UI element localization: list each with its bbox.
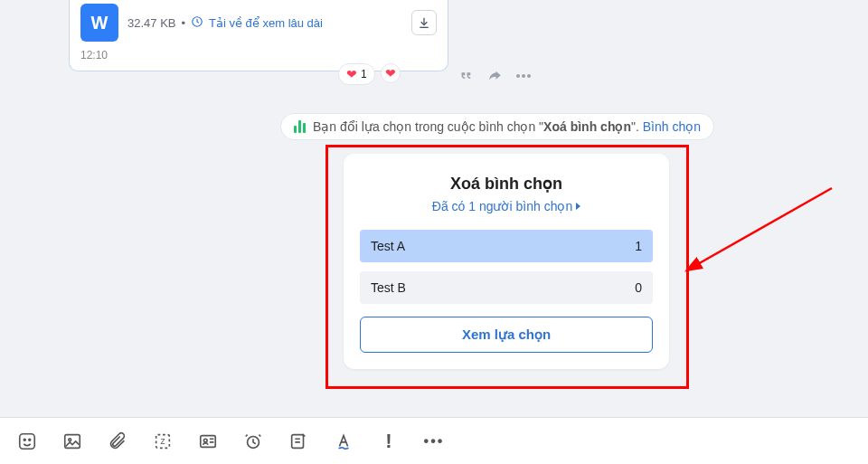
clock-icon (191, 15, 203, 31)
notice-link[interactable]: Bình chọn (643, 119, 701, 134)
poll-option-count: 0 (635, 280, 642, 295)
file-size: 32.47 KB (127, 16, 176, 30)
more-tools-icon[interactable]: ••• (423, 431, 445, 452)
svg-point-2 (522, 74, 525, 78)
text-format-icon[interactable] (333, 431, 354, 452)
svg-point-1 (516, 74, 520, 78)
poll-subtitle-text: Đã có 1 người bình chọn (432, 199, 572, 213)
poll-option-label: Test B (371, 280, 406, 295)
poll-subtitle-link[interactable]: Đã có 1 người bình chọn (360, 199, 653, 213)
svg-point-13 (203, 439, 207, 442)
svg-point-7 (29, 439, 31, 440)
forward-icon[interactable] (486, 67, 504, 85)
file-message: W 32.47 KB • Tải về để xem lâu dài 12:10 (69, 0, 448, 71)
svg-point-6 (24, 439, 25, 440)
add-reaction-button[interactable]: ❤ (381, 63, 401, 83)
reaction-count: 1 (361, 68, 367, 80)
reaction-heart-count[interactable]: ❤ 1 (338, 63, 375, 85)
dot-separator: • (182, 16, 186, 30)
sticker-icon[interactable] (16, 431, 38, 452)
svg-point-3 (527, 74, 531, 78)
poll-option-count: 1 (635, 239, 642, 253)
contact-card-icon[interactable] (197, 431, 219, 452)
word-file-icon: W (80, 4, 118, 42)
svg-rect-15 (292, 434, 304, 448)
heart-icon: ❤ (385, 66, 396, 80)
svg-rect-12 (201, 435, 216, 447)
priority-icon[interactable]: ! (378, 431, 400, 452)
reactions-bar: ❤ 1 ❤ (338, 63, 401, 85)
quote-icon[interactable] (457, 67, 475, 85)
download-note[interactable]: Tải về để xem lâu dài (209, 16, 323, 30)
attachment-icon[interactable] (107, 431, 128, 452)
svg-line-4 (696, 188, 832, 265)
annotation-arrow (678, 179, 850, 279)
composer-toolbar: Z ! ••• (0, 417, 868, 464)
heart-icon: ❤ (346, 67, 357, 81)
poll-option[interactable]: Test A 1 (360, 230, 653, 262)
notice-suffix: ". (631, 119, 643, 134)
message-actions (457, 67, 533, 85)
alarm-icon[interactable] (242, 431, 264, 452)
poll-option-label: Test A (371, 239, 405, 253)
file-row: W 32.47 KB • Tải về để xem lâu dài (80, 0, 437, 42)
svg-rect-8 (65, 434, 80, 448)
chevron-right-icon (576, 203, 580, 210)
poll-options: Test A 1 Test B 0 (360, 230, 653, 304)
image-icon[interactable] (61, 431, 83, 452)
screenshot-icon[interactable]: Z (152, 431, 174, 452)
task-icon[interactable] (288, 431, 309, 452)
svg-rect-5 (20, 433, 35, 449)
message-timestamp: 12:10 (80, 49, 437, 62)
file-meta: 32.47 KB • Tải về để xem lâu dài (127, 15, 402, 31)
download-button[interactable] (411, 10, 437, 35)
poll-card: Xoá bình chọn Đã có 1 người bình chọn Te… (344, 154, 669, 369)
notice-poll-name: Xoá bình chọn (543, 119, 631, 134)
file-ext-letter: W (91, 13, 108, 33)
view-choices-button[interactable]: Xem lựa chọn (360, 317, 653, 353)
poll-icon (294, 120, 306, 133)
poll-title: Xoá bình chọn (360, 174, 653, 194)
more-icon[interactable] (514, 67, 533, 85)
poll-option[interactable]: Test B 0 (360, 271, 653, 304)
system-notice: Bạn đổi lựa chọn trong cuộc bình chọn "X… (280, 113, 714, 140)
notice-text: Bạn đổi lựa chọn trong cuộc bình chọn "X… (313, 119, 701, 134)
notice-prefix: Bạn đổi lựa chọn trong cuộc bình chọn " (313, 119, 543, 134)
svg-point-9 (69, 438, 71, 440)
svg-text:Z: Z (160, 437, 165, 445)
